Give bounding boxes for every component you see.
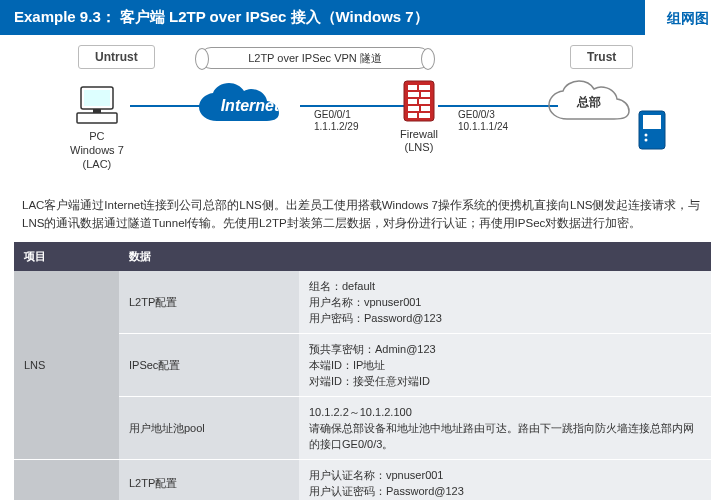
svg-rect-2 [77, 113, 117, 123]
description-text: LAC客户端通过Internet连接到公司总部的LNS侧。出差员工使用搭载Win… [0, 190, 725, 242]
val-cell: 组名：default用户名称：vpnuser001用户密码：Password@1… [299, 271, 711, 334]
interface-1: GE0/0/11.1.1.2/29 [314, 109, 358, 133]
svg-rect-8 [421, 92, 430, 97]
svg-rect-3 [93, 109, 101, 113]
svg-rect-14 [419, 113, 430, 118]
hq-label: 总部 [577, 94, 601, 111]
internet-cloud: Internet [195, 83, 305, 129]
sub-cell: IPSec配置 [119, 334, 299, 397]
pc-label: PCWindows 7(LAC) [70, 129, 124, 171]
svg-rect-16 [643, 115, 661, 129]
hq-node: 总部 [545, 77, 675, 152]
cat-lns: LNS [14, 271, 119, 460]
col-data: 数据 [119, 242, 711, 271]
server-icon [637, 109, 667, 151]
example-title: Example 9.3： 客户端 L2TP over IPSec 接入（Wind… [0, 0, 645, 35]
sub-cell: L2TP配置 [119, 271, 299, 334]
svg-rect-12 [421, 106, 430, 111]
val-cell: 预共享密钥：Admin@123本端ID：IP地址对端ID：接受任意对端ID [299, 334, 711, 397]
val-cell: 10.1.2.2～10.1.2.100请确保总部设备和地址池中地址路由可达。路由… [299, 397, 711, 460]
config-table: 项目数据 LNSL2TP配置组名：default用户名称：vpnuser001用… [14, 242, 711, 500]
vpn-tunnel-label: L2TP over IPSec VPN 隧道 [200, 47, 430, 69]
svg-rect-7 [408, 92, 419, 97]
col-item: 项目 [14, 242, 119, 271]
firewall-node: Firewall(LNS) [400, 79, 438, 154]
link-line [438, 105, 558, 107]
corner-label: 组网图 [667, 10, 709, 28]
svg-rect-1 [84, 90, 110, 106]
link-line [300, 105, 405, 107]
val-cell: 用户认证名称：vpnuser001用户认证密码：Password@123 [299, 460, 711, 501]
firewall-icon [402, 79, 436, 123]
network-diagram: Untrust Trust L2TP over IPSec VPN 隧道 PCW… [0, 35, 725, 190]
svg-point-17 [645, 134, 648, 137]
header-row: Example 9.3： 客户端 L2TP over IPSec 接入（Wind… [0, 0, 725, 35]
pc-node: PCWindows 7(LAC) [70, 85, 124, 171]
sub-cell: 用户地址池pool [119, 397, 299, 460]
internet-label: Internet [195, 83, 305, 129]
interface-2: GE0/0/310.1.1.1/24 [458, 109, 508, 133]
svg-rect-5 [408, 85, 417, 90]
svg-rect-9 [408, 99, 417, 104]
firewall-label: Firewall(LNS) [400, 128, 438, 154]
svg-rect-11 [408, 106, 419, 111]
svg-point-18 [645, 139, 648, 142]
pc-icon [75, 85, 119, 125]
svg-rect-13 [408, 113, 417, 118]
link-line [130, 105, 200, 107]
cat-lac: LAC [14, 460, 119, 501]
svg-rect-10 [419, 99, 430, 104]
zone-trust: Trust [570, 45, 633, 69]
zone-untrust: Untrust [78, 45, 155, 69]
svg-rect-6 [419, 85, 430, 90]
sub-cell: L2TP配置 [119, 460, 299, 501]
